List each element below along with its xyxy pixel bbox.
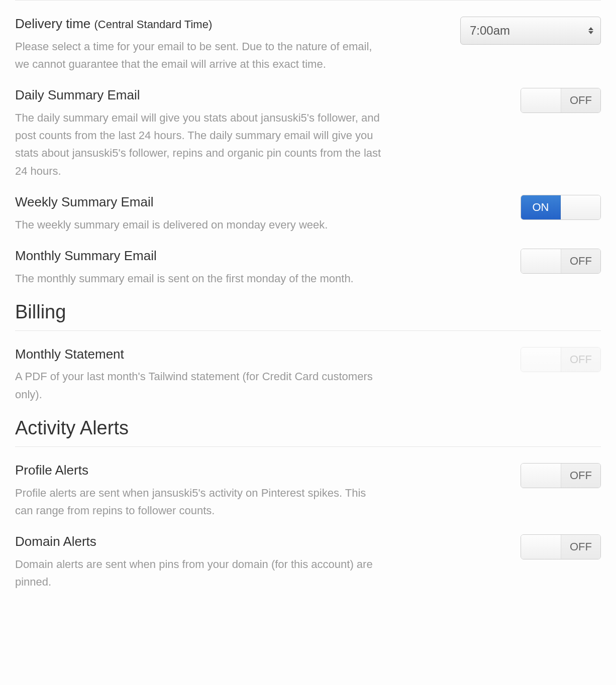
domain-alerts-desc: Domain alerts are sent when pins from yo… [15,555,382,591]
delivery-time-note: (Central Standard Time) [94,18,212,31]
monthly-summary-desc: The monthly summary email is sent on the… [15,270,382,287]
delivery-time-select[interactable]: 7:00am [460,17,601,45]
weekly-summary-toggle[interactable]: ON [521,195,601,220]
delivery-time-desc: Please select a time for your email to b… [15,38,382,73]
activity-alerts-header: Activity Alerts [15,417,601,439]
toggle-off-label: OFF [561,249,600,273]
monthly-summary-title: Monthly Summary Email [15,248,382,265]
domain-alerts-left: Domain Alerts Domain alerts are sent whe… [15,533,382,591]
daily-summary-toggle[interactable]: OFF [521,88,601,113]
profile-alerts-desc: Profile alerts are sent when jansuski5's… [15,484,382,519]
billing-header: Billing [15,301,601,323]
monthly-statement-toggle[interactable]: OFF [521,347,601,372]
daily-summary-desc: The daily summary email will give you st… [15,109,382,180]
monthly-statement-left: Monthly Statement A PDF of your last mon… [15,346,382,403]
delivery-time-title-text: Delivery time [15,16,90,31]
toggle-handle [521,535,561,559]
delivery-time-row: Delivery time (Central Standard Time) Pl… [15,16,601,73]
domain-alerts-title: Domain Alerts [15,533,382,550]
profile-alerts-left: Profile Alerts Profile alerts are sent w… [15,462,382,519]
weekly-summary-title: Weekly Summary Email [15,194,382,211]
domain-alerts-row: Domain Alerts Domain alerts are sent whe… [15,533,601,591]
daily-summary-title: Daily Summary Email [15,87,382,104]
toggle-handle [521,348,561,372]
toggle-handle [561,195,600,219]
domain-alerts-toggle[interactable]: OFF [521,534,601,559]
monthly-statement-desc: A PDF of your last month's Tailwind stat… [15,368,382,403]
toggle-off-label: OFF [561,348,600,372]
toggle-handle [521,88,561,112]
delivery-time-right: 7:00am [460,16,601,45]
profile-alerts-toggle[interactable]: OFF [521,463,601,488]
daily-summary-row: Daily Summary Email The daily summary em… [15,87,601,180]
weekly-summary-row: Weekly Summary Email The weekly summary … [15,194,601,234]
monthly-summary-toggle[interactable]: OFF [521,249,601,274]
weekly-summary-desc: The weekly summary email is delivered on… [15,216,382,234]
daily-summary-right: OFF [521,87,601,113]
weekly-summary-right: ON [521,194,601,220]
toggle-handle [521,249,561,273]
monthly-summary-right: OFF [521,248,601,274]
profile-alerts-right: OFF [521,462,601,488]
monthly-summary-row: Monthly Summary Email The monthly summar… [15,248,601,287]
delivery-time-left: Delivery time (Central Standard Time) Pl… [15,16,382,73]
profile-alerts-title: Profile Alerts [15,462,382,479]
monthly-statement-title: Monthly Statement [15,346,382,363]
delivery-time-value: 7:00am [470,24,510,38]
monthly-statement-right: OFF [521,346,601,372]
delivery-time-title: Delivery time (Central Standard Time) [15,16,382,33]
billing-divider [15,330,601,331]
activity-alerts-divider [15,446,601,447]
monthly-statement-row: Monthly Statement A PDF of your last mon… [15,346,601,403]
toggle-off-label: OFF [561,88,600,112]
toggle-handle [521,464,561,488]
domain-alerts-right: OFF [521,533,601,559]
top-divider [15,0,601,1]
chevron-updown-icon [588,27,593,34]
toggle-off-label: OFF [561,535,600,559]
daily-summary-left: Daily Summary Email The daily summary em… [15,87,382,180]
monthly-summary-left: Monthly Summary Email The monthly summar… [15,248,382,287]
profile-alerts-row: Profile Alerts Profile alerts are sent w… [15,462,601,519]
toggle-on-label: ON [521,195,561,219]
toggle-off-label: OFF [561,464,600,488]
weekly-summary-left: Weekly Summary Email The weekly summary … [15,194,382,234]
